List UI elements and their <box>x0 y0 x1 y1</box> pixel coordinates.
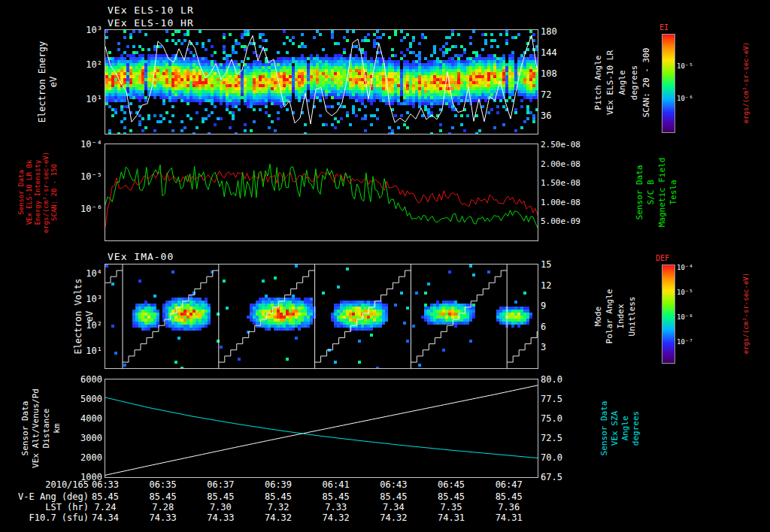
ima-right-axis-label: Polar Angle <box>605 289 614 344</box>
ima-right-tick: 3 <box>541 342 599 352</box>
alt-left-axis-label: Sensor Data <box>21 401 29 456</box>
def-colorbar <box>662 264 675 364</box>
ima-right-axis-label: Index <box>617 304 625 328</box>
bfield-panel-frame <box>105 144 538 241</box>
ima-right-tick: 9 <box>541 301 599 311</box>
table-cell: 74.33 <box>135 512 192 523</box>
table-cell: 85.45 <box>192 491 249 502</box>
els-left-tick: 10² <box>47 59 102 70</box>
bfield-right-axis-label: Sensor Data <box>635 165 644 220</box>
time-tick-label: 06:41 <box>308 479 365 490</box>
def-colorbar-tick: 10⁻⁵ <box>677 289 693 296</box>
table-cell: 7.35 <box>423 502 480 512</box>
alt-left-tick: 3000 <box>47 433 102 443</box>
bfield-left-axis-label: VEx ELS-10 LR Bk <box>26 160 33 225</box>
tplot-window: VEx ELS-10 LR VEx ELS-10 HR VEx IMA-00 E… <box>0 0 770 532</box>
els-panel-frame <box>105 29 538 135</box>
ima-left-axis-label: eV <box>85 311 94 322</box>
bfield-right-tick: 1.50e-08 <box>541 178 599 188</box>
bfield-lines-canvas <box>105 144 538 240</box>
ima-left-tick: 10⁴ <box>47 268 102 279</box>
ei-colorbar-tick: 10⁻⁵ <box>677 62 693 70</box>
alt-left-tick: 5000 <box>47 394 102 404</box>
ei-colorbar-unit: ergs/(cm²-sr-sec-eV) <box>743 42 750 123</box>
sza-right-tick: 70.0 <box>541 452 599 463</box>
ima-panel-frame <box>105 264 538 369</box>
sza-right-tick: 80.0 <box>541 374 599 385</box>
ima-right-tick: 12 <box>541 280 599 291</box>
time-tick-label: 06:45 <box>423 479 480 490</box>
els-right-axis-label: Angle <box>618 70 626 95</box>
table-row-label: V-E Ang (deg) <box>0 491 89 502</box>
ima-right-tick: 6 <box>541 322 599 332</box>
els-left-axis-label: eV <box>49 77 58 87</box>
sza-right-tick: 75.0 <box>541 413 599 424</box>
sza-right-tick: 67.5 <box>541 472 599 482</box>
sza-right-axis-label: Sensor Data <box>600 401 608 456</box>
table-cell: 7.33 <box>308 502 365 512</box>
els-right-tick: 108 <box>541 68 599 79</box>
ei-colorbar-tick: 10⁻⁶ <box>677 95 693 102</box>
def-colorbar-tick: 10⁻⁷ <box>677 338 693 346</box>
bfield-left-tick: 10⁻⁴ <box>47 139 102 150</box>
time-tick-label: 06:39 <box>250 479 307 490</box>
table-cell: 74.31 <box>480 512 538 523</box>
time-tick-label: 06:37 <box>192 479 249 490</box>
bfield-left-axis-label: ergs/(cm²-sr-sec-eV) <box>43 152 50 233</box>
table-cell: 85.45 <box>423 491 480 502</box>
time-tick-label: 06:35 <box>135 479 192 490</box>
bfield-right-tick: 2.50e-08 <box>541 140 599 150</box>
table-cell: 7.30 <box>192 502 249 512</box>
table-cell: 7.34 <box>365 502 422 512</box>
table-cell: 74.34 <box>77 512 134 523</box>
ima-right-tick: 15 <box>541 259 599 270</box>
alt-left-tick: 4000 <box>47 413 102 424</box>
table-cell: 74.33 <box>192 512 249 523</box>
table-row-label: F10.7 (sfu) <box>0 512 89 523</box>
time-tick-label: 06:47 <box>480 479 538 490</box>
trajectory-panel-frame <box>105 379 538 478</box>
trajectory-lines-canvas <box>105 379 538 477</box>
els-right-axis-label: SCAN: 20 - 300 <box>642 48 650 118</box>
table-cell: 74.31 <box>423 512 480 523</box>
bfield-right-tick: 5.00e-09 <box>541 216 599 226</box>
els-right-tick: 144 <box>541 47 599 58</box>
els-spectrogram-canvas <box>105 30 538 134</box>
table-cell: 74.32 <box>250 512 307 523</box>
els-left-tick: 10³ <box>47 25 102 35</box>
ima-right-axis-label: Mode <box>594 307 602 327</box>
els-right-tick: 180 <box>541 26 599 37</box>
bfield-right-axis-label: S/C B <box>647 180 655 204</box>
alt-left-axis-label: VEx Alt/Venus/Pd <box>32 388 40 468</box>
panel1-title-line2: VEx ELS-10 HR <box>108 17 194 29</box>
els-right-tick: 72 <box>541 89 599 100</box>
bfield-left-axis-label: Sensor Data <box>18 170 25 215</box>
ei-colorbar <box>662 34 675 133</box>
sza-right-axis-label: VEx SZA <box>611 411 619 446</box>
table-cell: 74.32 <box>308 512 365 523</box>
sza-right-axis-label: degrees <box>632 411 640 446</box>
ima-spectrogram-canvas <box>105 264 538 368</box>
els-right-axis-label: VEx ELS-10 LR <box>606 50 614 115</box>
alt-left-tick: 6000 <box>47 374 102 385</box>
ima-left-axis-label: Electron Volts <box>74 278 83 354</box>
table-cell: 7.24 <box>77 502 134 512</box>
panel3-title: VEx IMA-00 <box>108 251 174 262</box>
els-left-axis-label: Electron Energy <box>38 41 47 122</box>
def-colorbar-title: DEF <box>656 254 669 262</box>
bfield-left-axis-label: Energy Intensity <box>35 160 41 225</box>
table-cell: 85.45 <box>77 491 134 502</box>
els-right-tick: 36 <box>541 110 599 121</box>
table-cell: 7.32 <box>250 502 307 512</box>
table-row-label: LST (hr) <box>0 502 89 512</box>
ima-right-axis-label: Unitless <box>628 297 636 337</box>
ei-colorbar-title: EI <box>659 23 668 32</box>
time-tick-label: 06:43 <box>365 479 422 490</box>
bfield-right-tick: 1.00e-08 <box>541 198 599 207</box>
def-colorbar-unit: ergs/(cm²-sr-sec-eV) <box>743 273 750 354</box>
table-cell: 85.45 <box>480 491 538 502</box>
sza-right-tick: 72.5 <box>541 433 599 443</box>
panel1-title-line1: VEx ELS-10 LR <box>108 5 194 16</box>
date-label: 2010/165 <box>15 479 89 490</box>
els-left-tick: 10¹ <box>47 94 102 104</box>
